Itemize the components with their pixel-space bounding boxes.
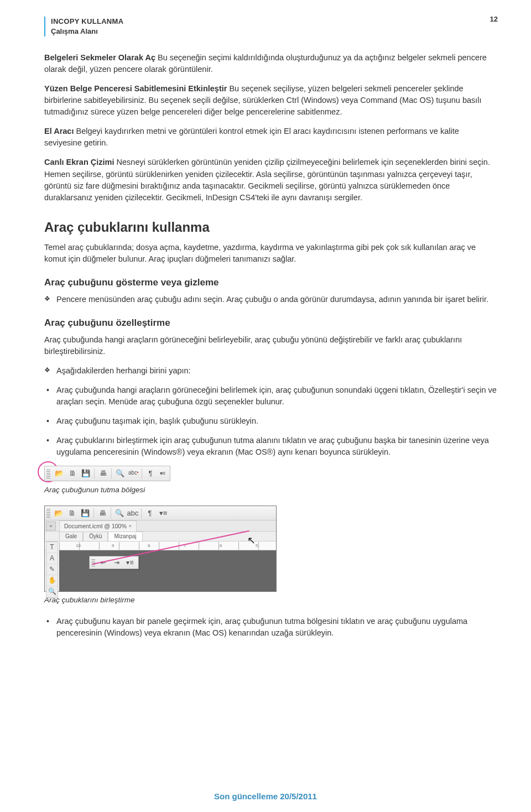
bullet-merge-toolbars: Araç çubuklarını birleştirmek için araç … bbox=[46, 435, 498, 458]
print-icon[interactable]: 🖶 bbox=[98, 469, 108, 478]
heading-show-hide: Araç çubuğunu gösterme veya gizleme bbox=[44, 276, 498, 289]
toolbar-example: 📂 🗎 💾 🖶 🔍 abc ¶ ▾≡ bbox=[44, 466, 170, 481]
paragraph-float-dock: Yüzen Belge Penceresi Sabitlemesini Etki… bbox=[44, 83, 498, 118]
toolbar-divider bbox=[142, 468, 142, 479]
note-tool-icon[interactable]: A bbox=[46, 553, 58, 564]
tab-oyku[interactable]: Öykü bbox=[83, 532, 108, 541]
ruler-mark: 8 bbox=[148, 543, 150, 549]
find-icon[interactable]: 🔍 bbox=[114, 508, 124, 518]
figure-merge-toolbars: 📂 🗎 💾 🖶 🔍 abc ¶ ▾≡ » Document.icml @ 100… bbox=[44, 506, 498, 592]
paragraph-icon[interactable]: ¶ bbox=[145, 469, 155, 478]
save-icon[interactable]: 💾 bbox=[81, 469, 91, 478]
toolbar-grip[interactable] bbox=[46, 469, 50, 478]
text-hand-tool: Belgeyi kaydırırken metni ve görüntüleri… bbox=[44, 127, 459, 147]
header-subtitle: Çalışma Alanı bbox=[51, 27, 498, 37]
document-canvas: ⇤ ⇥ ▾≡ ↖ bbox=[59, 550, 276, 591]
header-title: INCOPY KULLANMA bbox=[51, 17, 498, 27]
print-icon[interactable]: 🖶 bbox=[97, 508, 107, 518]
new-icon[interactable]: 🗎 bbox=[67, 469, 77, 478]
figure-toolbar-grip: 📂 🗎 💾 🖶 🔍 abc ¶ ▾≡ bbox=[44, 466, 498, 482]
figure-caption-merge: Araç çubuklarını birleştirme bbox=[44, 595, 498, 606]
figure-caption-grip: Araç çubuğunun tutma bölgesi bbox=[44, 485, 498, 496]
paragraph-customize-intro: Araç çubuğunda hangi araçların görüneceğ… bbox=[44, 334, 498, 357]
toolbar-divider bbox=[111, 468, 112, 479]
document-tab-label: Document.icml @ 100% bbox=[64, 522, 127, 530]
view-tabs: Gale Öykü Mizanpaj bbox=[45, 532, 276, 542]
spellcheck-icon[interactable]: abc bbox=[128, 468, 138, 478]
toolbar-grip[interactable] bbox=[46, 509, 50, 518]
app-window: 📂 🗎 💾 🖶 🔍 abc ¶ ▾≡ » Document.icml @ 100… bbox=[44, 506, 277, 592]
document-tab[interactable]: Document.icml @ 100% × bbox=[59, 520, 137, 532]
mouse-cursor-icon: ↖ bbox=[247, 534, 256, 548]
ruler-mark: 6 bbox=[220, 543, 222, 549]
lead-hand-tool: El Aracı bbox=[44, 127, 74, 136]
find-icon[interactable]: 🔍 bbox=[115, 469, 125, 478]
toolbar-divider bbox=[93, 508, 94, 519]
toolbar-divider bbox=[94, 468, 95, 479]
save-icon[interactable]: 💾 bbox=[80, 508, 90, 518]
tab-gale[interactable]: Gale bbox=[59, 532, 83, 541]
paragraph-open-tabs: Belgeleri Sekmeler Olarak Aç Bu seçeneği… bbox=[44, 52, 498, 75]
sidebar-collapse-icon[interactable]: » bbox=[46, 522, 56, 530]
hand-tool-icon[interactable]: ✋ bbox=[46, 575, 58, 586]
toolbar-menu-icon[interactable]: ▾≡ bbox=[159, 469, 166, 478]
step-do-any: Aşağıdakilerden herhangi birini yapın: bbox=[44, 365, 498, 377]
close-icon[interactable]: × bbox=[129, 523, 132, 530]
document-tab-row: Document.icml @ 100% × bbox=[45, 520, 276, 532]
spellcheck-icon[interactable]: abc bbox=[128, 508, 138, 518]
bullet-move-toolbar: Araç çubuğunu taşımak için, başlık çubuğ… bbox=[46, 415, 498, 427]
paragraph-hand-tool: El Aracı Belgeyi kaydırırken metni ve gö… bbox=[44, 126, 498, 149]
bullet-float-panel: Araç çubuğunu kayan bir panele geçirmek … bbox=[46, 616, 498, 639]
left-tool-panel: T A ✎ ✋ 🔍 bbox=[46, 542, 58, 598]
paragraph-live-draw: Canlı Ekran Çizimi Nesneyi sürüklerken g… bbox=[44, 157, 498, 203]
toolbar-divider bbox=[141, 508, 142, 519]
toolbar-menu-icon[interactable]: ▾≡ bbox=[158, 508, 168, 518]
lead-float-dock: Yüzen Belge Penceresi Sabitlemesini Etki… bbox=[44, 84, 227, 93]
paragraph-toolbars-intro: Temel araç çubuklarında; dosya açma, kay… bbox=[44, 242, 498, 265]
paragraph-icon[interactable]: ¶ bbox=[145, 508, 155, 518]
main-toolbar: 📂 🗎 💾 🖶 🔍 abc ¶ ▾≡ bbox=[45, 506, 276, 520]
lead-live-draw: Canlı Ekran Çizimi bbox=[44, 158, 114, 166]
heading-toolbars: Araç çubuklarını kullanma bbox=[44, 218, 498, 237]
tab-mizanpaj[interactable]: Mizanpaj bbox=[108, 532, 142, 541]
ruler-mark: 9 bbox=[112, 543, 114, 549]
ruler-mark: 10 bbox=[76, 543, 81, 549]
lead-open-tabs: Belgeleri Sekmeler Olarak Aç bbox=[44, 53, 155, 62]
toolbar-menu-icon[interactable]: ▾≡ bbox=[125, 558, 135, 568]
new-icon[interactable]: 🗎 bbox=[67, 508, 77, 518]
open-icon[interactable]: 📂 bbox=[54, 508, 64, 518]
page-header: INCOPY KULLANMA Çalışma Alanı bbox=[44, 17, 498, 37]
toolbar-divider bbox=[111, 508, 111, 519]
ruler-mark: 5 bbox=[256, 543, 258, 549]
open-icon[interactable]: 📂 bbox=[54, 469, 64, 478]
zoom-tool-icon[interactable]: 🔍 bbox=[46, 586, 58, 597]
heading-customize: Araç çubuğunu özelleştirme bbox=[44, 316, 498, 330]
eyedropper-icon[interactable]: ✎ bbox=[46, 564, 58, 575]
page-footer: Son güncelleme 20/5/2011 bbox=[0, 790, 531, 802]
step-show-hide: Pencere menüsünden araç çubuğu adını seç… bbox=[44, 294, 498, 305]
type-tool-icon[interactable]: T bbox=[46, 542, 58, 553]
bullet-configure-tools: Araç çubuğunda hangi araçların görüneceğ… bbox=[46, 384, 498, 408]
